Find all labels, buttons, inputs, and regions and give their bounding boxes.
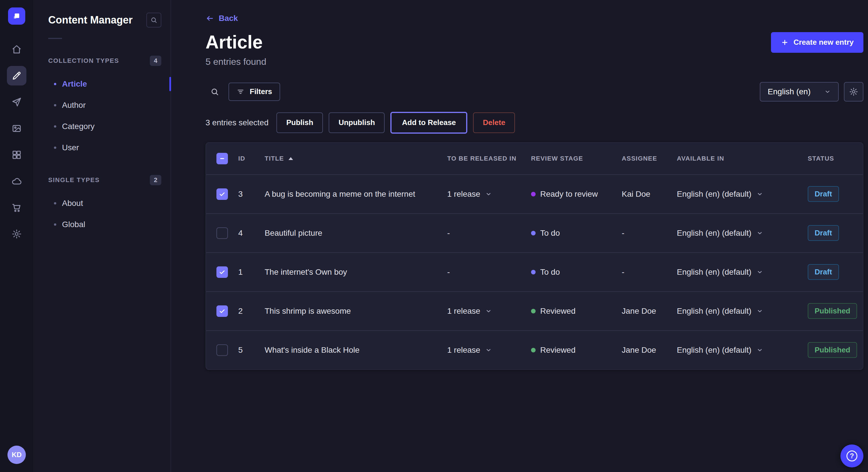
selection-summary: 3 entries selected	[206, 118, 268, 127]
add-to-release-button[interactable]: Add to Release	[391, 112, 467, 134]
column-header-status: STATUS	[808, 155, 863, 162]
cell-status: Published	[808, 342, 863, 358]
chevron-down-icon	[756, 347, 763, 353]
entries-count: 5 entries found	[206, 57, 863, 67]
cell-title: The internet's Own boy	[265, 268, 447, 277]
locale-menu-trigger[interactable]: English (en) (default)	[677, 268, 763, 277]
bullet-icon	[54, 202, 56, 204]
sidebar-item-about[interactable]: About	[48, 193, 161, 214]
strapi-logo-icon	[11, 11, 22, 21]
back-link[interactable]: Back	[206, 14, 238, 23]
avatar[interactable]: KD	[7, 446, 26, 464]
section-label-collection-types: COLLECTION TYPES	[48, 57, 119, 65]
filters-button[interactable]: Filters	[228, 82, 280, 101]
release-menu-trigger[interactable]: -	[447, 229, 450, 238]
row-checkbox[interactable]	[216, 344, 228, 356]
search-icon	[150, 16, 158, 24]
cell-available-in: English (en) (default)	[677, 190, 808, 199]
row-checkbox[interactable]	[216, 189, 228, 200]
sidebar-item-category[interactable]: Category	[48, 116, 161, 137]
table-row[interactable]: 1 The internet's Own boy - To do - Engli…	[206, 252, 863, 291]
cell-available-in: English (en) (default)	[677, 307, 808, 316]
status-badge: Draft	[808, 264, 839, 280]
gear-icon	[849, 87, 858, 96]
content-type-builder-icon[interactable]	[7, 145, 26, 165]
settings-gear-icon[interactable]	[7, 224, 26, 244]
column-header-review-stage: REVIEW STAGE	[531, 155, 622, 162]
sidebar-item-label: Author	[62, 101, 86, 110]
create-new-entry-button[interactable]: Create new entry	[771, 32, 863, 53]
chevron-down-icon	[756, 230, 763, 236]
check-icon	[219, 269, 226, 276]
help-button[interactable]: ?	[840, 444, 863, 467]
chevron-down-icon	[485, 191, 492, 197]
table-row[interactable]: 3 A bug is becoming a meme on the intern…	[206, 174, 863, 213]
column-header-assignee: ASSIGNEE	[622, 155, 677, 162]
status-badge: Published	[808, 303, 857, 319]
column-header-title[interactable]: TITLE	[265, 155, 447, 162]
table-header-row: ID TITLE TO BE RELEASED IN REVIEW STAGE …	[206, 143, 863, 174]
check-icon	[219, 308, 226, 314]
sidebar-item-user[interactable]: User	[48, 137, 161, 158]
home-icon[interactable]	[7, 40, 26, 59]
release-menu-trigger[interactable]: -	[447, 268, 450, 277]
deploy-cloud-icon[interactable]	[7, 171, 26, 191]
select-all-checkbox[interactable]	[216, 153, 228, 164]
cell-id: 1	[238, 268, 265, 277]
status-badge: Draft	[808, 225, 839, 241]
app-root: KD Content Manager COLLECTION TYPES 4 Ar…	[0, 0, 868, 472]
locale-select[interactable]: English (en)	[760, 82, 839, 102]
locale-menu-trigger[interactable]: English (en) (default)	[677, 307, 763, 316]
locale-menu-trigger[interactable]: English (en) (default)	[677, 229, 763, 238]
cell-available-in: English (en) (default)	[677, 229, 808, 238]
delete-button[interactable]: Delete	[473, 112, 515, 133]
stage-dot-icon	[531, 192, 536, 196]
sidebar-divider	[48, 38, 62, 39]
stage-dot-icon	[531, 309, 536, 313]
view-settings-button[interactable]	[844, 82, 863, 102]
search-button[interactable]	[206, 82, 224, 101]
release-menu-trigger[interactable]: 1 release	[447, 190, 492, 199]
release-menu-trigger[interactable]: 1 release	[447, 345, 492, 355]
strapi-logo[interactable]	[8, 7, 25, 25]
back-label: Back	[219, 14, 238, 23]
media-library-icon[interactable]	[7, 119, 26, 138]
locale-menu-trigger[interactable]: English (en) (default)	[677, 345, 763, 355]
row-checkbox[interactable]	[216, 305, 228, 317]
page-title: Article	[206, 32, 262, 53]
selection-bar: 3 entries selected Publish Unpublish Add…	[206, 112, 863, 134]
collection-types-section: COLLECTION TYPES 4 Article Author Catego…	[48, 54, 161, 158]
table-row[interactable]: 2 This shrimp is awesome 1 release Revie…	[206, 291, 863, 330]
publish-button[interactable]: Publish	[276, 112, 323, 133]
table-row[interactable]: 5 What's inside a Black Hole 1 release R…	[206, 330, 863, 369]
column-header-available-in: AVAILABLE IN	[677, 155, 808, 162]
sidebar-item-label: About	[62, 199, 83, 208]
chevron-down-icon	[756, 308, 763, 314]
sidebar-item-article[interactable]: Article	[48, 73, 161, 95]
column-header-id: ID	[238, 155, 265, 162]
row-checkbox[interactable]	[216, 266, 228, 278]
sort-ascending-icon[interactable]	[288, 157, 293, 160]
content-manager-icon[interactable]	[7, 66, 26, 86]
filter-icon	[237, 88, 245, 96]
cell-status: Published	[808, 303, 863, 319]
sidebar-item-global[interactable]: Global	[48, 214, 161, 235]
sidebar-search-button[interactable]	[146, 12, 161, 28]
unpublish-button[interactable]: Unpublish	[329, 112, 384, 133]
locale-value: English (en)	[768, 87, 811, 96]
cell-title: Beautiful picture	[265, 229, 447, 238]
release-menu-trigger[interactable]: 1 release	[447, 307, 492, 316]
main-content: Back Article Create new entry 5 entries …	[171, 0, 868, 472]
releases-icon[interactable]	[7, 92, 26, 112]
sidebar-item-label: Global	[62, 220, 85, 229]
sidebar-item-author[interactable]: Author	[48, 95, 161, 116]
cell-assignee: Kai Doe	[622, 190, 677, 199]
locale-menu-trigger[interactable]: English (en) (default)	[677, 190, 763, 199]
cell-assignee: -	[622, 229, 677, 238]
row-checkbox[interactable]	[216, 227, 228, 239]
sidebar: Content Manager COLLECTION TYPES 4 Artic…	[33, 0, 171, 472]
marketplace-cart-icon[interactable]	[7, 198, 26, 217]
cell-review-stage: Reviewed	[531, 345, 622, 355]
table-row[interactable]: 4 Beautiful picture - To do - English (e…	[206, 213, 863, 252]
arrow-left-icon	[206, 14, 214, 23]
